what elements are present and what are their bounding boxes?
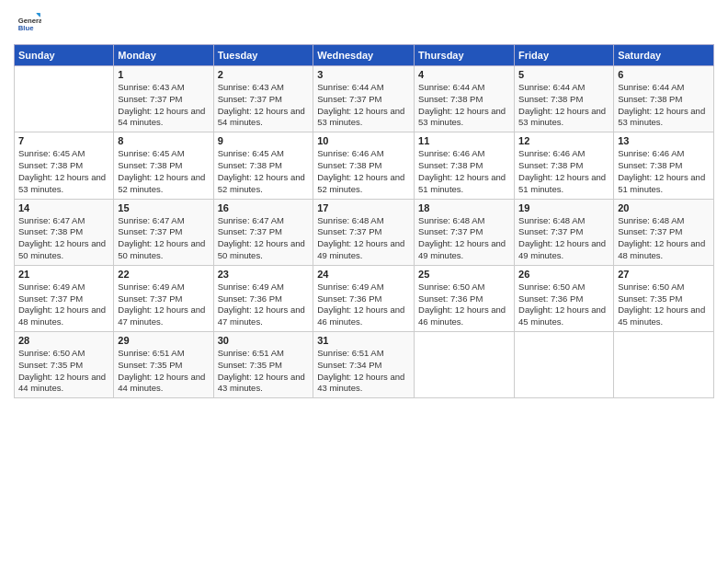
day-info: Sunrise: 6:47 AM Sunset: 7:37 PM Dayligh… bbox=[218, 215, 310, 262]
weekday-monday: Monday bbox=[114, 45, 213, 66]
day-cell: 21 Sunrise: 6:49 AM Sunset: 7:37 PM Dayl… bbox=[15, 265, 114, 331]
day-number: 6 bbox=[618, 69, 710, 80]
day-info: Sunrise: 6:49 AM Sunset: 7:36 PM Dayligh… bbox=[317, 282, 410, 328]
day-number: 26 bbox=[518, 269, 609, 280]
day-info: Sunrise: 6:48 AM Sunset: 7:37 PM Dayligh… bbox=[518, 215, 609, 262]
day-number: 28 bbox=[18, 335, 109, 346]
day-number: 27 bbox=[618, 269, 710, 280]
day-info: Sunrise: 6:50 AM Sunset: 7:36 PM Dayligh… bbox=[518, 282, 609, 328]
day-number: 3 bbox=[317, 69, 410, 80]
day-cell: 27 Sunrise: 6:50 AM Sunset: 7:35 PM Dayl… bbox=[614, 265, 714, 331]
week-row-5: 28 Sunrise: 6:50 AM Sunset: 7:35 PM Dayl… bbox=[15, 332, 714, 398]
day-number: 2 bbox=[218, 69, 310, 80]
day-cell: 9 Sunrise: 6:45 AM Sunset: 7:38 PM Dayli… bbox=[213, 132, 313, 199]
week-row-1: 1 Sunrise: 6:43 AM Sunset: 7:37 PM Dayli… bbox=[15, 66, 714, 132]
day-cell: 12 Sunrise: 6:46 AM Sunset: 7:38 PM Dayl… bbox=[515, 132, 614, 199]
calendar: SundayMondayTuesdayWednesdayThursdayFrid… bbox=[14, 44, 714, 398]
day-cell: 18 Sunrise: 6:48 AM Sunset: 7:37 PM Dayl… bbox=[415, 199, 515, 265]
weekday-tuesday: Tuesday bbox=[213, 45, 313, 66]
day-info: Sunrise: 6:46 AM Sunset: 7:38 PM Dayligh… bbox=[518, 148, 609, 195]
day-cell: 20 Sunrise: 6:48 AM Sunset: 7:37 PM Dayl… bbox=[614, 199, 714, 265]
day-number: 23 bbox=[218, 269, 310, 280]
day-cell: 29 Sunrise: 6:51 AM Sunset: 7:35 PM Dayl… bbox=[114, 332, 213, 398]
day-number: 13 bbox=[618, 135, 710, 146]
weekday-friday: Friday bbox=[515, 45, 614, 66]
day-cell: 16 Sunrise: 6:47 AM Sunset: 7:37 PM Dayl… bbox=[213, 199, 313, 265]
day-info: Sunrise: 6:49 AM Sunset: 7:36 PM Dayligh… bbox=[218, 282, 310, 328]
day-info: Sunrise: 6:46 AM Sunset: 7:38 PM Dayligh… bbox=[618, 148, 710, 195]
day-cell: 4 Sunrise: 6:44 AM Sunset: 7:38 PM Dayli… bbox=[415, 66, 515, 132]
day-cell: 15 Sunrise: 6:47 AM Sunset: 7:37 PM Dayl… bbox=[114, 199, 213, 265]
day-info: Sunrise: 6:44 AM Sunset: 7:37 PM Dayligh… bbox=[317, 82, 410, 129]
day-cell: 28 Sunrise: 6:50 AM Sunset: 7:35 PM Dayl… bbox=[15, 332, 114, 398]
day-number: 21 bbox=[18, 269, 109, 280]
day-number: 12 bbox=[518, 135, 609, 146]
day-cell: 1 Sunrise: 6:43 AM Sunset: 7:37 PM Dayli… bbox=[114, 66, 213, 132]
day-info: Sunrise: 6:43 AM Sunset: 7:37 PM Dayligh… bbox=[118, 82, 209, 129]
day-info: Sunrise: 6:48 AM Sunset: 7:37 PM Dayligh… bbox=[418, 215, 510, 262]
day-cell: 5 Sunrise: 6:44 AM Sunset: 7:38 PM Dayli… bbox=[515, 66, 614, 132]
day-info: Sunrise: 6:51 AM Sunset: 7:35 PM Dayligh… bbox=[118, 348, 209, 395]
day-cell: 24 Sunrise: 6:49 AM Sunset: 7:36 PM Dayl… bbox=[313, 265, 415, 331]
day-number: 10 bbox=[317, 135, 410, 146]
header: General Blue bbox=[14, 9, 714, 39]
week-row-2: 7 Sunrise: 6:45 AM Sunset: 7:38 PM Dayli… bbox=[15, 132, 714, 199]
day-info: Sunrise: 6:43 AM Sunset: 7:37 PM Dayligh… bbox=[218, 82, 310, 129]
day-cell: 8 Sunrise: 6:45 AM Sunset: 7:38 PM Dayli… bbox=[114, 132, 213, 199]
weekday-thursday: Thursday bbox=[415, 45, 515, 66]
day-number: 16 bbox=[218, 202, 310, 213]
day-number: 24 bbox=[317, 269, 410, 280]
day-cell: 13 Sunrise: 6:46 AM Sunset: 7:38 PM Dayl… bbox=[614, 132, 714, 199]
day-info: Sunrise: 6:47 AM Sunset: 7:38 PM Dayligh… bbox=[18, 215, 109, 262]
day-info: Sunrise: 6:44 AM Sunset: 7:38 PM Dayligh… bbox=[518, 82, 609, 129]
day-info: Sunrise: 6:50 AM Sunset: 7:35 PM Dayligh… bbox=[18, 348, 109, 395]
day-number: 4 bbox=[418, 69, 510, 80]
day-number: 29 bbox=[118, 335, 209, 346]
day-cell bbox=[415, 332, 515, 398]
day-cell: 17 Sunrise: 6:48 AM Sunset: 7:37 PM Dayl… bbox=[313, 199, 415, 265]
day-cell: 31 Sunrise: 6:51 AM Sunset: 7:34 PM Dayl… bbox=[313, 332, 415, 398]
day-info: Sunrise: 6:45 AM Sunset: 7:38 PM Dayligh… bbox=[118, 148, 209, 195]
day-cell: 3 Sunrise: 6:44 AM Sunset: 7:37 PM Dayli… bbox=[313, 66, 415, 132]
day-info: Sunrise: 6:51 AM Sunset: 7:35 PM Dayligh… bbox=[218, 348, 310, 395]
day-number: 14 bbox=[18, 202, 109, 213]
day-info: Sunrise: 6:46 AM Sunset: 7:38 PM Dayligh… bbox=[418, 148, 510, 195]
weekday-wednesday: Wednesday bbox=[313, 45, 415, 66]
day-number: 19 bbox=[518, 202, 609, 213]
day-number: 31 bbox=[317, 335, 410, 346]
day-number: 9 bbox=[218, 135, 310, 146]
day-info: Sunrise: 6:49 AM Sunset: 7:37 PM Dayligh… bbox=[118, 282, 209, 328]
svg-text:Blue: Blue bbox=[18, 24, 34, 32]
day-number: 30 bbox=[218, 335, 310, 346]
day-info: Sunrise: 6:44 AM Sunset: 7:38 PM Dayligh… bbox=[418, 82, 510, 129]
day-cell: 7 Sunrise: 6:45 AM Sunset: 7:38 PM Dayli… bbox=[15, 132, 114, 199]
logo-icon: General Blue bbox=[16, 9, 41, 35]
day-number: 17 bbox=[317, 202, 410, 213]
day-number: 18 bbox=[418, 202, 510, 213]
day-info: Sunrise: 6:44 AM Sunset: 7:38 PM Dayligh… bbox=[618, 82, 710, 129]
day-cell: 6 Sunrise: 6:44 AM Sunset: 7:38 PM Dayli… bbox=[614, 66, 714, 132]
day-number: 7 bbox=[18, 135, 109, 146]
day-cell: 25 Sunrise: 6:50 AM Sunset: 7:36 PM Dayl… bbox=[415, 265, 515, 331]
day-info: Sunrise: 6:45 AM Sunset: 7:38 PM Dayligh… bbox=[218, 148, 310, 195]
day-number: 11 bbox=[418, 135, 510, 146]
day-number: 8 bbox=[118, 135, 209, 146]
day-cell: 14 Sunrise: 6:47 AM Sunset: 7:38 PM Dayl… bbox=[15, 199, 114, 265]
weekday-saturday: Saturday bbox=[614, 45, 714, 66]
day-number: 22 bbox=[118, 269, 209, 280]
day-cell: 11 Sunrise: 6:46 AM Sunset: 7:38 PM Dayl… bbox=[415, 132, 515, 199]
day-info: Sunrise: 6:48 AM Sunset: 7:37 PM Dayligh… bbox=[317, 215, 410, 262]
weekday-header-row: SundayMondayTuesdayWednesdayThursdayFrid… bbox=[15, 45, 714, 66]
day-number: 1 bbox=[118, 69, 209, 80]
day-info: Sunrise: 6:51 AM Sunset: 7:34 PM Dayligh… bbox=[317, 348, 410, 395]
day-info: Sunrise: 6:49 AM Sunset: 7:37 PM Dayligh… bbox=[18, 282, 109, 328]
week-row-3: 14 Sunrise: 6:47 AM Sunset: 7:38 PM Dayl… bbox=[15, 199, 714, 265]
logo: General Blue bbox=[14, 9, 43, 39]
day-cell bbox=[15, 66, 114, 132]
day-cell bbox=[614, 332, 714, 398]
day-number: 5 bbox=[518, 69, 609, 80]
day-cell: 10 Sunrise: 6:46 AM Sunset: 7:38 PM Dayl… bbox=[313, 132, 415, 199]
day-cell: 19 Sunrise: 6:48 AM Sunset: 7:37 PM Dayl… bbox=[515, 199, 614, 265]
day-number: 20 bbox=[618, 202, 710, 213]
day-cell: 26 Sunrise: 6:50 AM Sunset: 7:36 PM Dayl… bbox=[515, 265, 614, 331]
